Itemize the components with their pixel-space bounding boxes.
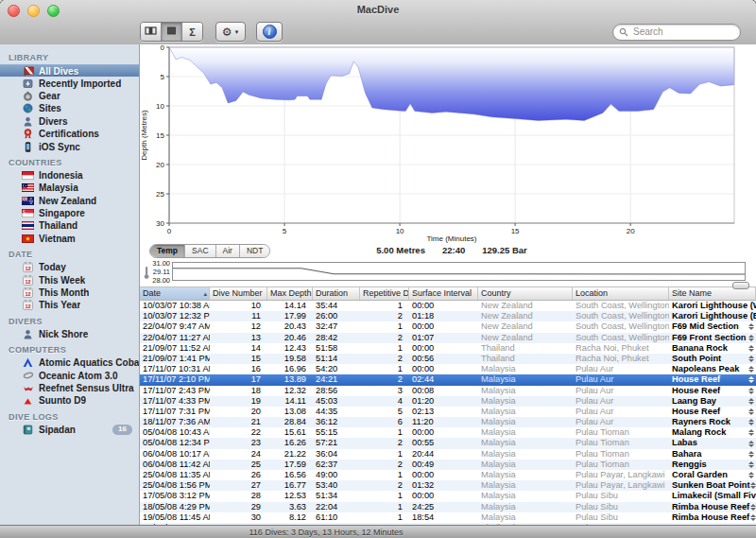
cell-site-name: House Reef xyxy=(669,374,756,385)
sidebar-item-malaysia[interactable]: Malaysia xyxy=(0,182,139,194)
table-row[interactable]: 10/03/07 10:38 AM1014.1435:44100:00New Z… xyxy=(140,301,756,311)
site-stepper[interactable] xyxy=(747,461,754,468)
cell-surface-interval: 00:55 xyxy=(409,438,478,448)
site-name-value: Renggis xyxy=(672,460,707,470)
sidebar-item-divers[interactable]: Divers xyxy=(0,115,139,128)
table-row[interactable]: 06/04/08 10:17 AM2421.2236:04120:44Malay… xyxy=(140,449,756,460)
cell-dive-number: 13 xyxy=(210,333,267,343)
site-stepper[interactable] xyxy=(747,388,754,394)
sidebar-item-new-zealand[interactable]: New Zealand xyxy=(0,195,139,207)
segment-detail-view[interactable] xyxy=(162,23,182,41)
column-header-dive-number[interactable]: Dive Number xyxy=(210,287,267,300)
table-row[interactable]: 17/11/07 4:33 PM1914.1145:03401:20Malays… xyxy=(140,396,756,407)
site-stepper[interactable] xyxy=(747,366,754,373)
sidebar-item-this-week[interactable]: 12This Week xyxy=(0,273,139,286)
table-row[interactable]: 06/04/08 11:42 AM2517.5962:37200:49Malay… xyxy=(140,460,756,470)
sidebar-item-thailand[interactable]: Thailand xyxy=(0,219,139,232)
sidebar-item-this-month[interactable]: 12This Month xyxy=(0,286,139,299)
segment-sigma-view[interactable]: Σ xyxy=(182,23,202,41)
site-stepper[interactable] xyxy=(747,376,754,383)
dive-log-icon xyxy=(22,425,34,435)
table-row[interactable]: 17/11/07 7:31 PM2013.0844:35502:13Malays… xyxy=(140,407,756,417)
sidebar-item-gear[interactable]: Gear xyxy=(0,90,139,102)
site-stepper[interactable] xyxy=(747,408,754,415)
sidebar-item-today[interactable]: 12Today xyxy=(0,261,139,273)
oceanic-logo-icon xyxy=(22,371,34,381)
table-row[interactable]: 21/09/07 11:52 AM1412.4351:58100:00Thail… xyxy=(140,343,756,354)
table-row[interactable]: 17/11/07 2:10 PM1713.8924:21202:44Malays… xyxy=(140,374,756,385)
zoom-button[interactable] xyxy=(47,5,60,17)
sidebar-item-recently-imported[interactable]: Recently Imported xyxy=(0,77,139,89)
sidebar-item-ios-sync[interactable]: iOS Sync xyxy=(0,140,139,152)
cell-repetitive-dive: 2 xyxy=(360,333,409,343)
table-row[interactable]: 17/11/07 2:43 PM1812.3228:56300:08Malays… xyxy=(140,386,756,396)
site-stepper[interactable] xyxy=(747,451,754,458)
minimize-button[interactable] xyxy=(27,5,40,17)
site-stepper[interactable] xyxy=(747,472,754,478)
sidebar-item-reefnet-sensus-ultra[interactable]: Reefnet Sensus Ultra xyxy=(0,382,139,394)
site-stepper[interactable] xyxy=(747,335,754,341)
site-stepper[interactable] xyxy=(747,429,754,436)
table-row[interactable]: 21/09/07 1:41 PM1519.5851:14200:56Thaila… xyxy=(140,354,756,364)
search-input[interactable] xyxy=(631,26,734,38)
sidebar-item-sites[interactable]: Sites xyxy=(0,102,139,114)
sidebar-item-label: Recently Imported xyxy=(39,78,121,89)
sidebar-item-sipadan[interactable]: Sipadan16 xyxy=(0,424,139,436)
cell-country: Malaysia xyxy=(478,386,573,396)
table-row[interactable]: 10/03/07 12:32 PM1117.9926:00201:18New Z… xyxy=(140,311,756,321)
sidebar-item-atomic-aquatics-cobalt[interactable]: Atomic Aquatics Cobalt xyxy=(0,356,139,369)
column-header-max-depth[interactable]: Max Depth xyxy=(267,287,313,300)
table-row[interactable]: 18/05/08 4:29 PM293.6322:04124:25Malaysi… xyxy=(140,502,756,512)
site-stepper[interactable] xyxy=(747,441,754,447)
site-stepper[interactable] xyxy=(747,345,754,352)
sidebar-item-indonesia[interactable]: Indonesia xyxy=(0,169,139,182)
search-field[interactable] xyxy=(612,24,741,41)
table-row[interactable]: 22/04/07 9:47 AM1220.4332:47100:00New Ze… xyxy=(140,321,756,332)
title-bar[interactable]: MacDive xyxy=(0,0,756,20)
site-stepper[interactable] xyxy=(749,504,756,511)
pane-splitter-handle[interactable] xyxy=(732,282,749,289)
cell-duration: 26:00 xyxy=(313,311,360,321)
sidebar-item-all-dives[interactable]: All Dives xyxy=(0,64,139,77)
traffic-lights xyxy=(8,5,60,17)
column-header-location[interactable]: Location xyxy=(573,287,669,300)
close-button[interactable] xyxy=(8,5,20,17)
site-stepper[interactable] xyxy=(747,323,754,330)
sidebar-item-suunto-d9[interactable]: Suunto D9 xyxy=(0,394,139,407)
site-stepper[interactable] xyxy=(747,419,754,425)
site-name-value: Bahara xyxy=(672,449,702,460)
cell-date: 25/04/08 1:56 PM xyxy=(140,480,210,491)
table-row[interactable]: 17/05/08 3:12 PM2812.5351:34100:00Malays… xyxy=(140,491,756,501)
macdive-window: MacDive Σ ⚙ ▼ i LIBRARYAll DivesRecently… xyxy=(0,0,756,538)
site-stepper[interactable] xyxy=(749,514,756,521)
table-row[interactable]: 18/11/07 7:36 AM2128.8436:12611:20Malays… xyxy=(140,417,756,427)
column-header-country[interactable]: Country xyxy=(478,287,573,300)
sidebar-item-nick-shore[interactable]: Nick Shore xyxy=(0,328,139,340)
sidebar-item-this-year[interactable]: 12This Year xyxy=(0,299,139,311)
table-row[interactable]: 25/04/08 11:35 AM2616.5649:00100:00Malay… xyxy=(140,470,756,480)
table-row[interactable]: 05/04/08 12:34 PM2316.2657:21200:55Malay… xyxy=(140,438,756,448)
column-header-surface-interval[interactable]: Surface Interval xyxy=(409,287,478,300)
cell-date: 10/03/07 10:38 AM xyxy=(140,301,210,311)
site-stepper[interactable] xyxy=(747,356,754,362)
column-header-date[interactable]: Date▴ xyxy=(140,287,210,300)
action-gear-button[interactable]: ⚙ ▼ xyxy=(215,22,246,42)
site-stepper[interactable] xyxy=(747,398,754,405)
table-row[interactable]: 25/04/08 1:56 PM2716.7753:40201:32Malays… xyxy=(140,480,756,491)
cell-max-depth: 16.77 xyxy=(267,480,313,491)
column-header-duration[interactable]: Duration xyxy=(313,287,360,300)
column-header-repetitive-dive[interactable]: Repetitive Dive xyxy=(360,287,409,300)
svg-text:30: 30 xyxy=(156,219,164,228)
sidebar-item-vietnam[interactable]: Vietnam xyxy=(0,233,139,245)
cell-surface-interval: 00:00 xyxy=(409,343,478,354)
table-row[interactable]: 22/04/07 11:27 AM1320.4628:42201:07New Z… xyxy=(140,333,756,343)
info-button[interactable]: i xyxy=(256,22,283,42)
table-row[interactable]: 19/05/08 11:45 AM308.1261:10118:54Malays… xyxy=(140,512,756,523)
sidebar-item-certifications[interactable]: Certifications xyxy=(0,128,139,140)
table-row[interactable]: 17/11/07 10:31 AM1616.9654:20100:00Malay… xyxy=(140,364,756,374)
segment-columns-view[interactable] xyxy=(141,23,162,41)
site-stepper[interactable] xyxy=(750,482,756,489)
table-row[interactable]: 05/04/08 10:43 AM2215.6155:15100:00Malay… xyxy=(140,427,756,438)
sidebar-item-singapore[interactable]: Singapore xyxy=(0,207,139,219)
sidebar-item-oceanic-atom-3-0[interactable]: Oceanic Atom 3.0 xyxy=(0,369,139,381)
